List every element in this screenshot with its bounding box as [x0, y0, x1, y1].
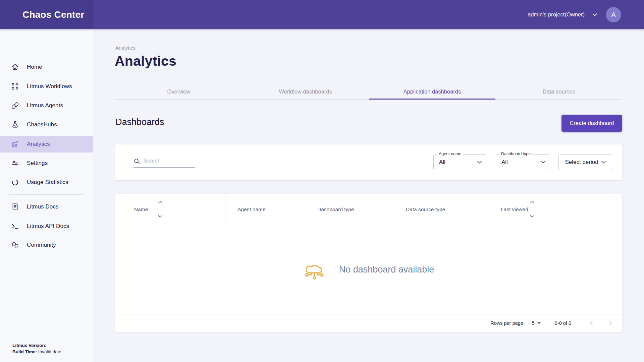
chevron-down-icon: [477, 161, 482, 164]
rows-per-page-label: Rows per page:: [490, 320, 525, 326]
home-icon: [11, 63, 19, 71]
column-header-agent-name: Agent name: [237, 206, 266, 213]
search-input[interactable]: [133, 156, 195, 168]
sort-descending-icon[interactable]: [530, 215, 534, 218]
column-header-data-source-type: Data source type: [406, 206, 445, 213]
name-sort-control: [158, 194, 162, 225]
sidebar-item-analytics[interactable]: Analytics: [0, 136, 93, 153]
agent-name-select[interactable]: Agent name All: [433, 154, 486, 170]
select-period-label: Select period: [565, 159, 598, 166]
sidebar-item-settings[interactable]: Settings: [0, 155, 93, 172]
project-selector-label: admin's project(Owner): [528, 11, 585, 18]
tab-overview[interactable]: Overview: [115, 85, 242, 99]
tab-workflow-dashboards[interactable]: Workflow dashboards: [242, 85, 369, 99]
sidebar-item-litmus-workflows[interactable]: Litmus Workflows: [0, 78, 93, 95]
column-header-last-viewed: Last viewed: [501, 206, 528, 213]
version-label: Litmus Version:: [12, 343, 46, 348]
sort-descending-icon[interactable]: [158, 215, 162, 218]
docs-icon: [11, 203, 19, 211]
empty-state: No dashboard available: [115, 225, 622, 314]
workflows-icon: [11, 82, 19, 90]
chevron-down-icon: [601, 161, 606, 164]
chevron-down-icon: [593, 13, 597, 16]
sidebar-item-litmus-docs[interactable]: Litmus Docs: [0, 198, 93, 215]
analytics-icon: [11, 140, 19, 148]
community-icon: [11, 241, 19, 249]
sidebar-item-usage-statistics[interactable]: Usage Statistics: [0, 174, 93, 191]
breadcrumb[interactable]: Analytics: [115, 45, 136, 51]
main-content: Analytics Analytics Overview Workflow da…: [93, 29, 644, 362]
pagination-range: 0-0 of 0: [555, 320, 571, 326]
tab-application-dashboards[interactable]: Application dashboards: [369, 85, 496, 99]
dashboard-type-select[interactable]: Dashboard type All: [496, 154, 550, 170]
dashboard-type-select-value: All: [501, 159, 508, 166]
dashboards-heading: Dashboards: [115, 117, 164, 127]
build-time-value: Invalid date: [37, 349, 61, 354]
sidebar-divider: [9, 194, 84, 195]
sidebar-item-litmus-agents[interactable]: Litmus Agents: [0, 97, 93, 114]
chevron-left-icon: [590, 321, 593, 325]
agent-name-select-label: Agent name: [437, 152, 463, 156]
empty-state-text: No dashboard available: [339, 264, 434, 275]
api-docs-icon: [11, 222, 19, 230]
last-viewed-sort-control: [530, 194, 534, 225]
top-header: Chaos Center admin's project(Owner) A: [0, 0, 644, 29]
sidebar-item-chaoshubs[interactable]: ChaosHubs: [0, 116, 93, 133]
agents-icon: [11, 102, 19, 110]
chevron-right-icon: [609, 321, 612, 325]
rows-per-page-select[interactable]: 5: [532, 320, 541, 326]
project-selector[interactable]: admin's project(Owner): [528, 11, 597, 18]
cloud-network-icon: [304, 260, 325, 280]
sidebar-item-home[interactable]: Home: [0, 59, 93, 75]
next-page-button[interactable]: [606, 319, 615, 327]
search-field: [133, 156, 195, 169]
app-brand: Chaos Center: [22, 0, 84, 29]
dashboards-table: Name Agent name Dashboard type Data sour…: [115, 194, 622, 332]
tab-data-sources[interactable]: Data sources: [495, 85, 622, 99]
avatar[interactable]: A: [606, 7, 621, 22]
select-period-button[interactable]: Select period: [558, 154, 612, 170]
sort-ascending-icon[interactable]: [530, 201, 534, 203]
filter-panel: Agent name All Dashboard type All Select…: [115, 144, 622, 180]
table-header-row: Name Agent name Dashboard type Data sour…: [115, 194, 622, 225]
sidebar-item-litmus-api-docs[interactable]: Litmus API Docs: [0, 218, 93, 235]
previous-page-button[interactable]: [587, 319, 595, 327]
sort-ascending-icon[interactable]: [158, 201, 162, 203]
version-info: Litmus Version: Build Time: Invalid date: [12, 342, 61, 355]
search-icon: [133, 158, 140, 165]
chaoshubs-icon: [11, 121, 19, 129]
column-header-dashboard-type: Dashboard type: [317, 206, 354, 213]
settings-icon: [11, 159, 19, 167]
page-title: Analytics: [115, 53, 176, 69]
dashboard-type-select-label: Dashboard type: [499, 152, 532, 156]
analytics-tabs: Overview Workflow dashboards Application…: [115, 85, 622, 100]
pagination-bar: Rows per page: 5 0-0 of 0: [115, 314, 622, 332]
column-header-name: Name: [134, 206, 148, 213]
rows-per-page-value: 5: [532, 320, 535, 326]
column-divider: [225, 194, 225, 225]
sidebar-item-community[interactable]: Community: [0, 237, 93, 253]
dropdown-arrow-icon: [537, 322, 541, 324]
agent-name-select-value: All: [439, 159, 445, 166]
create-dashboard-button[interactable]: Create dashboard: [561, 115, 622, 132]
chevron-down-icon: [541, 161, 545, 164]
sidebar: Home Litmus Workflows Litmus Agents Chao…: [0, 29, 93, 362]
usage-statistics-icon: [11, 178, 19, 186]
build-time-label: Build Time:: [12, 349, 37, 354]
